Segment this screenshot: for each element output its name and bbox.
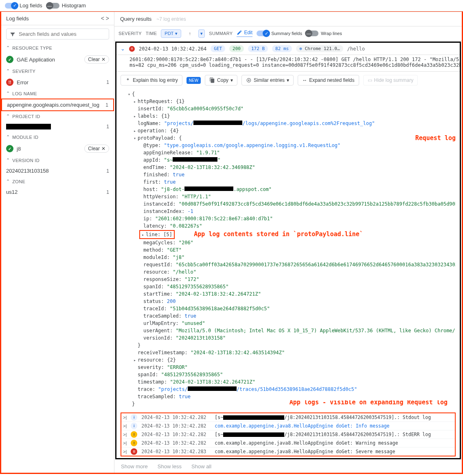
- count: 1: [103, 189, 109, 195]
- dropdown-button[interactable]: ▾: [198, 29, 205, 38]
- json-body: Request log ▾{ ▸httpRequest: {1} insertI…: [116, 89, 460, 412]
- hide-summary-button: ▭ Hide log summary: [363, 75, 418, 86]
- time-label: TIME: [146, 31, 157, 36]
- results-header: Query results ~7 log entries: [114, 12, 462, 26]
- sub-message: com.example.appengine.java8.HelloAppEngi…: [215, 449, 395, 454]
- edit-button[interactable]: Edit: [237, 30, 252, 37]
- annotation-app-logs: App logs - visible on expanding Request …: [290, 400, 448, 407]
- results-panel: Query results ~7 log entries SEVERITY TI…: [114, 12, 462, 473]
- sub-message: [s~/j8:20240213t103158.45844726200354751…: [215, 415, 431, 420]
- section-project-id[interactable]: ⌃PROJECT ID: [1, 111, 114, 121]
- section-log-name[interactable]: ⌃LOG NAME: [1, 88, 114, 99]
- sub-log-row[interactable]: >|i2024-02-13 10:32:42.282[s~/j8:2024021…: [121, 413, 455, 421]
- severity-label: SEVERITY: [118, 31, 142, 36]
- results-toolbar: SEVERITY TIME PDT ▾ ↑ ▾ SUMMARY Edit ✓ S…: [114, 26, 462, 41]
- summary-label: SUMMARY: [209, 31, 233, 36]
- sub-log-row[interactable]: >|!2024-02-13 10:32:42.282[s~/j8:2024021…: [121, 430, 455, 439]
- search-box[interactable]: [6, 29, 109, 39]
- check-icon: ✓: [6, 145, 13, 152]
- latency-chip: 82 ms: [272, 45, 292, 52]
- pencil-icon: [237, 30, 242, 35]
- sub-log-row[interactable]: >|i2024-02-13 10:32:42.282com.example.ap…: [121, 421, 455, 430]
- field-error[interactable]: !!Error 1: [1, 76, 114, 88]
- severity-icon: !!: [131, 448, 137, 455]
- timezone-select[interactable]: PDT ▾: [161, 29, 181, 38]
- sub-timestamp: 2024-02-13 10:32:42.282: [141, 423, 211, 429]
- top-bar: ✓ Log fields — Histogram: [0, 0, 463, 11]
- results-title: Query results: [120, 16, 151, 22]
- clear-button[interactable]: Clear ✕: [84, 145, 109, 153]
- entry-actions: Explain this log entry NEW Copy ▾ Simila…: [116, 72, 460, 89]
- copy-button[interactable]: Copy ▾: [205, 75, 237, 86]
- caret-icon[interactable]: ▾: [134, 135, 138, 141]
- log-fields-toggle[interactable]: ✓ Log fields: [5, 2, 42, 9]
- field-version[interactable]: 20240213t103158 1: [1, 165, 114, 176]
- chevron-right-icon[interactable]: >|: [123, 423, 127, 428]
- sparkle-icon: [125, 77, 131, 83]
- caret-icon[interactable]: ▸: [134, 128, 138, 134]
- expand-nested-button[interactable]: ↔ Expand nested fields: [298, 75, 359, 86]
- log-entry-row[interactable]: ⌄ !! 2024-02-13 10:32:42.264 GET 200 172…: [116, 43, 460, 55]
- code-icon[interactable]: < >: [101, 15, 109, 22]
- sub-message: [s~/j8:20240213t103158.45844726200354751…: [215, 432, 431, 437]
- line-field-highlight[interactable]: ▸line: [5]: [139, 230, 175, 239]
- chevron-down-icon[interactable]: ⌄: [121, 46, 125, 52]
- severity-icon: i: [131, 414, 137, 421]
- sub-log-row[interactable]: >|!2024-02-13 10:32:42.282com.example.ap…: [121, 439, 455, 447]
- count: 1: [102, 102, 108, 108]
- explain-button[interactable]: Explain this log entry: [121, 75, 182, 86]
- similar-entries-button[interactable]: Similar entries ▾: [241, 75, 294, 86]
- footer-links: Show more Show less Show all: [114, 460, 462, 473]
- clear-button[interactable]: Clear ✕: [84, 55, 109, 64]
- field-log-name-value[interactable]: appengine.googleapis.com/request_log 1: [1, 99, 114, 111]
- main-layout: Log fields < > ⌃RESOURCE TYPE ✓GAE Appli…: [0, 11, 463, 474]
- wrap-lines-toggle[interactable]: — Wrap lines: [306, 31, 342, 36]
- sub-log-row[interactable]: >|!!2024-02-13 10:32:42.283com.example.a…: [121, 447, 455, 456]
- caret-icon[interactable]: ▾: [128, 91, 132, 97]
- chevron-right-icon[interactable]: >|: [123, 415, 127, 420]
- redacted-text: [6, 124, 51, 129]
- field-j8[interactable]: ✓j8 Clear ✕: [1, 142, 114, 155]
- field-zone[interactable]: us12 1: [1, 186, 114, 197]
- sort-asc-button[interactable]: ↑: [185, 29, 194, 38]
- severity-icon: !: [131, 440, 137, 446]
- filter-icon: [10, 31, 15, 37]
- field-project-id[interactable]: 1: [1, 121, 114, 132]
- caret-icon[interactable]: ▸: [134, 113, 138, 119]
- section-zone[interactable]: ⌃ZONE: [1, 176, 114, 186]
- panel-title: Log fields: [6, 15, 29, 22]
- histogram-toggle[interactable]: — Histogram: [47, 2, 86, 9]
- chevron-right-icon[interactable]: >|: [123, 441, 127, 445]
- field-gae-application[interactable]: ✓GAE Application Clear ✕: [1, 53, 114, 66]
- results-count: ~7 log entries: [156, 16, 186, 22]
- entry-timestamp: 2024-02-13 10:32:42.264: [139, 46, 206, 52]
- section-resource-type[interactable]: ⌃RESOURCE TYPE: [1, 43, 114, 53]
- show-less-button[interactable]: Show less: [158, 463, 182, 469]
- chevron-right-icon[interactable]: >|: [123, 449, 127, 454]
- severity-icon: i: [131, 423, 137, 429]
- app-logs-box: >|i2024-02-13 10:32:42.282[s~/j8:2024021…: [121, 412, 456, 456]
- check-icon: ✓: [6, 56, 13, 63]
- show-more-button[interactable]: Show more: [121, 463, 148, 469]
- search-input[interactable]: [19, 31, 105, 37]
- annotation-line: App log contents stored in `protoPayload…: [194, 230, 363, 238]
- section-version-id[interactable]: ⌃VERSION ID: [1, 155, 114, 165]
- error-icon: !!: [6, 79, 13, 86]
- show-all-button[interactable]: Show all: [191, 463, 211, 469]
- summary-fields-toggle[interactable]: ✓ Summary fields: [257, 31, 302, 36]
- section-severity[interactable]: ⌃SEVERITY: [1, 66, 114, 76]
- count: 1: [103, 79, 109, 85]
- caret-icon[interactable]: ▸: [134, 99, 138, 105]
- path-text: /hello: [347, 46, 365, 52]
- severity-icon: !: [131, 431, 137, 438]
- raw-log-line: 2601:602:9000:8170:5c22:8e67:a840:d7b1 -…: [116, 55, 460, 72]
- chevron-right-icon[interactable]: >|: [123, 432, 127, 437]
- caret-icon[interactable]: ▸: [134, 357, 138, 363]
- section-module-id[interactable]: ⌃MODULE ID: [1, 132, 114, 142]
- count: 1: [103, 168, 109, 174]
- sub-timestamp: 2024-02-13 10:32:42.282: [141, 440, 211, 446]
- sub-message: com.example.appengine.java8.HelloAppEngi…: [215, 440, 398, 446]
- status-chip: 200: [229, 45, 244, 52]
- sub-timestamp: 2024-02-13 10:32:42.282: [141, 432, 211, 437]
- count: 1: [103, 124, 109, 129]
